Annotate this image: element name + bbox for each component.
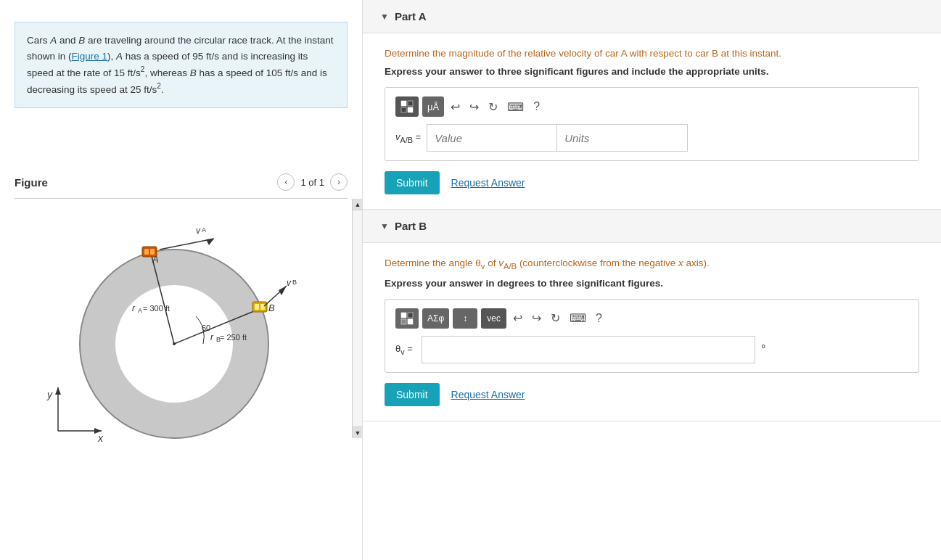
- degree-symbol: °: [761, 343, 765, 356]
- figure-count: 1 of 1: [300, 177, 324, 188]
- part-a-units-input[interactable]: [557, 124, 688, 152]
- part-b-chevron[interactable]: ▼: [380, 221, 389, 231]
- scroll-up[interactable]: ▲: [353, 199, 362, 210]
- svg-text:B: B: [292, 279, 297, 286]
- part-b-content: Determine the angle θv of vA/B (counterc…: [363, 243, 941, 421]
- figure-container: y x 60 r A = 300 ft r B = 250 ft: [0, 199, 362, 445]
- figure-header: Figure ‹ 1 of 1 ›: [0, 166, 362, 198]
- part-a-chevron[interactable]: ▼: [380, 12, 389, 22]
- part-b-redo-button[interactable]: ↪: [529, 310, 544, 326]
- svg-text:v: v: [196, 226, 201, 236]
- part-a-section: ▼ Part A Determine the magnitude of the …: [363, 0, 941, 210]
- figure-link[interactable]: Figure 1: [72, 51, 108, 62]
- part-b-arrow-btn[interactable]: ↕: [453, 308, 477, 329]
- part-a-input-row: vA/B =: [395, 124, 908, 152]
- help-button-a[interactable]: ?: [530, 99, 543, 115]
- problem-text: Cars A and B are traveling around the ci…: [15, 22, 348, 108]
- svg-text:A: A: [138, 307, 142, 314]
- part-a-header: ▼ Part A: [363, 0, 941, 33]
- svg-rect-25: [255, 304, 259, 310]
- svg-rect-43: [408, 319, 413, 324]
- figure-title: Figure: [15, 176, 48, 189]
- figure-prev-button[interactable]: ‹: [277, 173, 295, 191]
- svg-marker-29: [206, 239, 214, 245]
- svg-text:= 300 ft: = 300 ft: [143, 304, 170, 313]
- svg-text:v: v: [287, 278, 292, 288]
- part-b-vec-btn[interactable]: vec: [481, 308, 506, 329]
- svg-text:= 250 ft: = 250 ft: [220, 333, 247, 342]
- part-a-value-input[interactable]: [427, 124, 557, 152]
- svg-rect-36: [401, 101, 406, 106]
- help-button-b[interactable]: ?: [593, 310, 605, 326]
- mu-button[interactable]: μÅ: [422, 96, 444, 117]
- svg-text:x: x: [97, 432, 104, 444]
- svg-line-28: [160, 239, 214, 250]
- part-b-description: Determine the angle θv of vA/B (counterc…: [385, 258, 919, 271]
- part-b-submit-button[interactable]: Submit: [385, 383, 440, 406]
- part-b-input-row: θv = °: [395, 336, 908, 363]
- part-b-undo-button[interactable]: ↩: [510, 310, 525, 326]
- scroll-track: [353, 210, 362, 427]
- right-panel: ▼ Part A Determine the magnitude of the …: [363, 0, 941, 560]
- part-b-section: ▼ Part B Determine the angle θv of vA/B …: [363, 210, 941, 421]
- keyboard-button[interactable]: ⌨: [504, 99, 527, 115]
- part-b-action-row: Submit Request Answer: [385, 383, 919, 406]
- svg-rect-26: [260, 304, 265, 310]
- part-a-request-answer[interactable]: Request Answer: [451, 177, 525, 189]
- part-b-toolbar: ΑΣφ ↕ vec ↩ ↪ ↻ ⌨ ?: [395, 308, 908, 329]
- svg-text:60: 60: [202, 324, 210, 332]
- svg-marker-8: [55, 387, 61, 395]
- figure-next-button[interactable]: ›: [330, 173, 348, 191]
- scrollbar[interactable]: ▲ ▼: [352, 199, 362, 438]
- part-b-keyboard-button[interactable]: ⌨: [567, 310, 589, 326]
- figure-svg: y x 60 r A = 300 ft r B = 250 ft: [29, 213, 334, 445]
- part-b-matrix-btn[interactable]: [395, 308, 419, 329]
- part-b-input-label: θv =: [395, 343, 413, 356]
- refresh-button[interactable]: ↻: [485, 99, 501, 115]
- svg-marker-33: [279, 286, 287, 295]
- part-a-toolbar: μÅ ↩ ↪ ↻ ⌨ ?: [395, 96, 908, 117]
- part-b-greek-btn[interactable]: ΑΣφ: [422, 308, 449, 329]
- svg-rect-37: [408, 101, 413, 106]
- redo-button[interactable]: ↪: [467, 99, 482, 115]
- svg-rect-42: [401, 319, 406, 324]
- part-a-description: Determine the magnitude of the relative …: [385, 48, 919, 59]
- svg-rect-38: [401, 107, 406, 112]
- part-b-answer-box: ΑΣφ ↕ vec ↩ ↪ ↻ ⌨ ? θv = °: [385, 299, 919, 373]
- svg-text:A: A: [152, 254, 159, 265]
- part-b-answer-input[interactable]: [422, 336, 755, 363]
- svg-rect-40: [401, 313, 406, 318]
- svg-text:B: B: [268, 302, 275, 313]
- svg-text:A: A: [202, 226, 206, 234]
- part-b-header: ▼ Part B: [363, 210, 941, 243]
- undo-button[interactable]: ↩: [448, 99, 463, 115]
- left-panel: Cars A and B are traveling around the ci…: [0, 0, 363, 560]
- part-a-input-label: vA/B =: [395, 131, 421, 144]
- part-a-submit-button[interactable]: Submit: [385, 171, 440, 194]
- part-b-instruction: Express your answer in degrees to three …: [385, 278, 919, 289]
- part-a-content: Determine the magnitude of the relative …: [363, 33, 941, 209]
- part-a-action-row: Submit Request Answer: [385, 171, 919, 194]
- part-b-refresh-button[interactable]: ↻: [548, 310, 563, 326]
- scroll-down[interactable]: ▼: [353, 427, 362, 438]
- part-a-instruction: Express your answer to three significant…: [385, 66, 919, 77]
- matrix-button[interactable]: [395, 96, 419, 117]
- svg-rect-21: [144, 249, 149, 255]
- part-a-answer-box: μÅ ↩ ↪ ↻ ⌨ ? vA/B =: [385, 87, 919, 161]
- part-b-title: Part B: [395, 220, 427, 232]
- svg-text:y: y: [46, 389, 53, 400]
- svg-rect-41: [408, 313, 413, 318]
- figure-nav: ‹ 1 of 1 ›: [277, 173, 348, 191]
- part-b-request-answer[interactable]: Request Answer: [451, 389, 525, 400]
- svg-rect-39: [408, 107, 413, 112]
- part-a-title: Part A: [395, 10, 427, 22]
